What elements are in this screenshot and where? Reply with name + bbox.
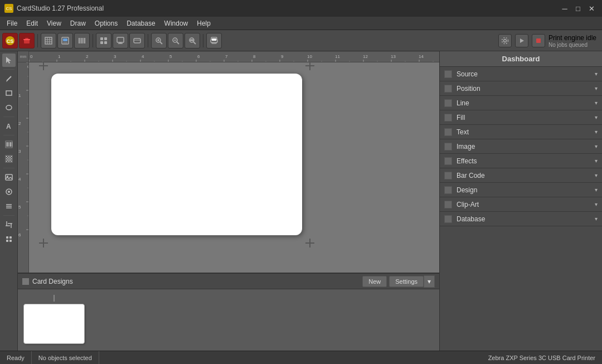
crosshair-tl: [39, 61, 48, 70]
svg-rect-56: [12, 142, 12, 147]
toolbar-btn-zoom-out[interactable]: [168, 33, 183, 48]
panel-item-database[interactable]: Database▾: [440, 212, 602, 226]
svg-rect-52: [6, 142, 7, 147]
svg-rect-19: [104, 37, 107, 40]
tool-datamatrix[interactable]: [2, 152, 16, 166]
canvas-area[interactable]: mm 0 1: [18, 51, 439, 273]
tool-rectangle[interactable]: [2, 86, 16, 100]
menu-view[interactable]: View: [42, 18, 66, 28]
svg-rect-68: [6, 161, 7, 162]
crosshair-tr: [305, 61, 314, 70]
panel-item-design[interactable]: Design▾: [440, 183, 602, 197]
card-canvas: [51, 74, 302, 235]
toolbar-btn-img1[interactable]: [57, 33, 73, 48]
dashboard-items: Source▾Position▾Line▾Fill▾Text▾Image▾Eff…: [440, 67, 602, 226]
bottom-panel-title: Card Designs: [32, 278, 360, 285]
panel-item-text[interactable]: Text▾: [440, 125, 602, 139]
dashboard-header: Dashboard: [440, 51, 602, 67]
crosshair-br: [305, 239, 314, 247]
svg-line-28: [160, 42, 162, 44]
svg-rect-14: [80, 38, 81, 43]
panel-item-position[interactable]: Position▾: [440, 81, 602, 96]
card-thumb-line: [54, 295, 55, 302]
print-engine-settings[interactable]: [498, 34, 512, 47]
tool-pen[interactable]: [2, 72, 16, 85]
toolbar-btn-table[interactable]: [41, 33, 56, 48]
bp-dropdown[interactable]: ▾: [424, 275, 435, 288]
panel-item-fill[interactable]: Fill▾: [440, 110, 602, 125]
toolbar-sep-4: [203, 34, 203, 47]
tool-ellipse[interactable]: [2, 101, 16, 114]
tool-image[interactable]: [2, 171, 16, 184]
panel-item-line[interactable]: Line▾: [440, 96, 602, 110]
app: CS CardStudio 1.27 Professional ─ □ ✕ Fi…: [0, 0, 602, 364]
btn-settings[interactable]: Settings: [389, 276, 424, 287]
ruler-top: 0 1 2 3 4 5: [29, 51, 439, 62]
panel-item-icon: [444, 186, 452, 194]
panel-item-effects[interactable]: Effects▾: [440, 154, 602, 168]
panel-item-source[interactable]: Source▾: [440, 67, 602, 81]
panel-item-icon: [444, 70, 452, 78]
menu-database[interactable]: Database: [122, 18, 159, 28]
tool-barcode[interactable]: [2, 138, 16, 151]
tool-extra[interactable]: [2, 232, 16, 246]
toolbar-btn-zoom-in[interactable]: [151, 33, 167, 48]
panel-item-arrow: ▾: [595, 172, 598, 178]
toolbar-btn-card[interactable]: [129, 33, 145, 48]
svg-rect-25: [134, 38, 140, 43]
panel-item-arrow: ▾: [595, 143, 598, 149]
status-right: Zebra ZXP Series 3C USB Card Printer: [488, 355, 595, 361]
btn-new[interactable]: New: [362, 276, 387, 287]
menu-help[interactable]: Help: [192, 18, 215, 28]
panel-item-clip-art[interactable]: Clip-Art▾: [440, 197, 602, 212]
card-thumbnail[interactable]: [23, 304, 85, 344]
titlebar-title: CardStudio 1.27 Professional: [17, 4, 104, 12]
status-printer: Zebra ZXP Series 3C USB Card Printer: [482, 351, 602, 364]
svg-rect-11: [63, 38, 67, 41]
svg-rect-16: [83, 38, 84, 43]
toolbar-btn-grid[interactable]: [96, 33, 111, 48]
toolbar-btn-delete[interactable]: [19, 33, 35, 48]
menu-edit[interactable]: Edit: [22, 18, 42, 28]
svg-point-74: [8, 191, 10, 193]
svg-rect-54: [9, 142, 9, 147]
toolbar-btn-barcode[interactable]: [74, 33, 90, 48]
toolbar-btn-monitor[interactable]: [113, 33, 128, 48]
svg-rect-17: [84, 38, 85, 43]
tool-effects[interactable]: [2, 185, 16, 198]
menu-options[interactable]: Options: [90, 18, 122, 28]
toolbar-btn-print[interactable]: [206, 33, 222, 48]
menu-window[interactable]: Window: [160, 18, 193, 28]
status-left: Ready: [7, 355, 25, 361]
panel-item-label: Source: [457, 70, 595, 78]
print-engine-stop[interactable]: [532, 34, 545, 47]
menubar: FileEditViewDrawOptionsDatabaseWindowHel…: [0, 17, 602, 30]
tool-layers[interactable]: [2, 200, 16, 213]
tool-arrow[interactable]: [2, 54, 16, 67]
panel-item-arrow: ▾: [595, 114, 598, 120]
menu-draw[interactable]: Draw: [66, 18, 90, 28]
tool-text[interactable]: A: [2, 119, 16, 133]
menu-file[interactable]: File: [2, 18, 22, 28]
panel-item-bar-code[interactable]: Bar Code▾: [440, 168, 602, 183]
print-engine-status: Print engine idle No jobs queued: [548, 34, 596, 48]
svg-point-42: [502, 38, 508, 44]
svg-rect-40: [212, 38, 216, 41]
panel-item-arrow: ▾: [595, 201, 598, 207]
titlebar: CS CardStudio 1.27 Professional ─ □ ✕: [0, 0, 602, 17]
svg-rect-13: [79, 38, 80, 43]
restore-button[interactable]: □: [572, 2, 584, 14]
panel-item-image[interactable]: Image▾: [440, 139, 602, 154]
card-design[interactable]: [51, 74, 302, 235]
svg-marker-45: [6, 57, 11, 64]
svg-line-35: [193, 42, 196, 44]
toolbar-btn-fit[interactable]: [185, 33, 200, 48]
minimize-button[interactable]: ─: [559, 2, 571, 14]
tool-crop[interactable]: [2, 218, 16, 231]
panel-item-label: Bar Code: [457, 172, 595, 179]
toolbar-btn-icon[interactable]: CS: [2, 33, 18, 48]
close-button[interactable]: ✕: [585, 2, 598, 14]
print-engine-play[interactable]: [515, 34, 528, 47]
svg-text:9: 9: [281, 54, 284, 59]
toolbar: CS: [0, 30, 602, 51]
